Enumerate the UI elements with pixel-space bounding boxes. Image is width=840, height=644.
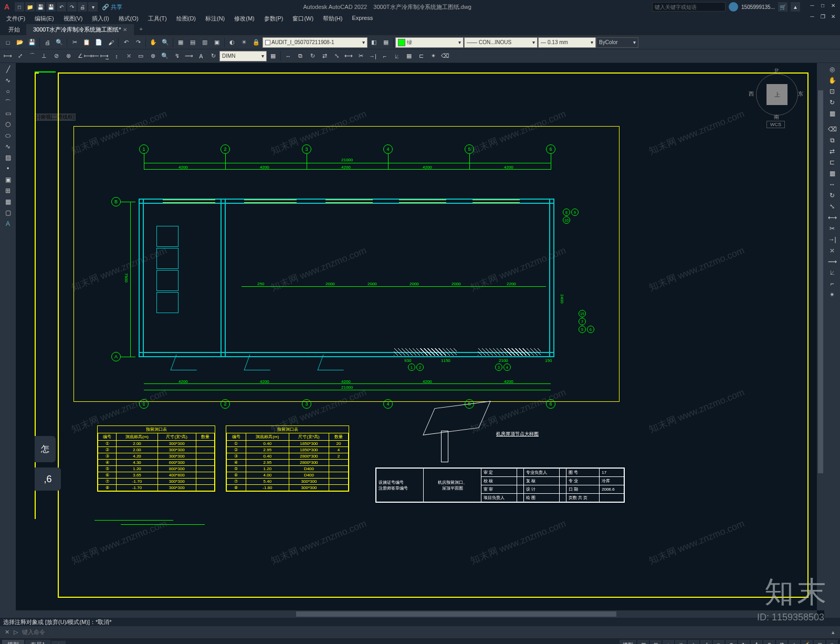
hw-toggle-icon[interactable]: ⚡ — [801, 640, 813, 645]
layer-lock-icon[interactable]: 🔒 — [250, 37, 262, 48]
copy-icon[interactable]: 📋 — [81, 37, 92, 48]
mod-rotate-icon[interactable]: ↻ — [826, 190, 838, 201]
text-icon[interactable]: A — [2, 219, 14, 229]
nav-pan-icon[interactable]: ✋ — [826, 75, 838, 86]
tol-icon[interactable]: ▭ — [135, 50, 146, 62]
dim-ord-icon[interactable]: ⊥ — [38, 50, 50, 62]
point-icon[interactable]: • — [2, 163, 14, 174]
erase-icon[interactable]: ⌫ — [439, 50, 451, 62]
pline-icon[interactable]: ∿ — [2, 75, 14, 86]
custom-toggle-icon[interactable]: ≡ — [826, 640, 838, 645]
update-icon[interactable]: ↻ — [207, 50, 219, 62]
dim-cont-icon[interactable]: ⟼⟼ — [87, 50, 98, 62]
side-panel-tab-1[interactable]: 怎 — [35, 436, 56, 462]
qat-undo-icon[interactable]: ↶ — [57, 2, 66, 12]
dir-n[interactable]: 北 — [774, 67, 779, 75]
cycle-toggle-icon[interactable]: ↻ — [738, 640, 750, 645]
minimize-icon[interactable]: ─ — [807, 3, 817, 11]
anno-toggle-icon[interactable]: A — [751, 640, 762, 645]
trim-icon[interactable]: ✂ — [355, 50, 366, 62]
explode-icon[interactable]: ✴ — [427, 50, 439, 62]
v-scroll-thumb[interactable] — [818, 90, 823, 473]
polar-toggle-icon[interactable]: ✳ — [675, 640, 687, 645]
zoom-icon[interactable]: 🔍 — [160, 37, 171, 48]
status-model-btn[interactable]: 模型 — [620, 640, 636, 645]
dir-w[interactable]: 西 — [749, 90, 754, 98]
otrack-toggle-icon[interactable]: ∠ — [700, 640, 712, 645]
side-panel-tab-2[interactable]: ,6 — [35, 468, 61, 491]
doc-restore-icon[interactable]: ❐ — [818, 14, 827, 22]
menu-insert[interactable]: 插入(I) — [88, 14, 113, 24]
qat-redo-icon[interactable]: ↷ — [67, 2, 77, 12]
spline-icon[interactable]: ∿ — [2, 141, 14, 152]
cmd-close-icon[interactable]: ✕ — [2, 629, 12, 636]
dim-space-icon[interactable]: ↕ — [111, 50, 122, 62]
layer-mgr-icon[interactable]: ▦ — [380, 37, 392, 48]
mod-fillet-icon[interactable]: ⌐ — [826, 278, 838, 289]
pan-icon[interactable]: ✋ — [148, 37, 159, 48]
menu-draw[interactable]: 绘图(D) — [172, 14, 200, 24]
user-name[interactable]: 1505999135... — [741, 4, 775, 10]
mod-move-icon[interactable]: ↔ — [826, 179, 838, 190]
mod-extend-icon[interactable]: →| — [826, 234, 838, 245]
layerstate-icon[interactable]: ☀ — [238, 37, 250, 48]
v-scrollbar[interactable] — [817, 63, 824, 610]
block-icon[interactable]: ▣ — [2, 174, 14, 185]
paste-icon[interactable]: 📄 — [93, 37, 104, 48]
dim-aligned-icon[interactable]: ⤢ — [14, 50, 26, 62]
qat-open-icon[interactable]: 📁 — [25, 2, 35, 12]
tab-new-button[interactable]: + — [134, 24, 148, 35]
menu-modify[interactable]: 修改(M) — [230, 14, 259, 24]
osnap-toggle-icon[interactable]: ◇ — [688, 640, 699, 645]
dir-s[interactable]: 南 — [774, 113, 779, 121]
nav-show-icon[interactable]: ▦ — [826, 108, 838, 119]
mod-scale-icon[interactable]: ⤡ — [826, 201, 838, 212]
cmd-expand-icon[interactable]: ▴ — [828, 629, 838, 636]
edit-icon[interactable]: ⟿ — [183, 50, 195, 62]
fillet-icon[interactable]: ⌐ — [379, 50, 391, 62]
offset-icon[interactable]: ⊏ — [415, 50, 427, 62]
menu-dim[interactable]: 标注(N) — [201, 14, 229, 24]
dim-break-icon[interactable]: ⤫ — [123, 50, 134, 62]
prop-icon[interactable]: ▦ — [175, 37, 186, 48]
arc-icon[interactable]: ⌒ — [2, 97, 14, 108]
menu-param[interactable]: 参数(P) — [260, 14, 288, 24]
search-input[interactable] — [652, 2, 726, 12]
mod-explode-icon[interactable]: ✴ — [826, 289, 838, 300]
share-button[interactable]: 🔗 共享 — [102, 3, 122, 11]
preview-icon[interactable]: 🔍 — [54, 37, 65, 48]
ws-toggle-icon[interactable]: ⚙ — [763, 640, 775, 645]
open-icon[interactable]: 📂 — [14, 37, 26, 48]
chamfer-icon[interactable]: ⟀ — [391, 50, 403, 62]
mod-break-icon[interactable]: ⤫ — [826, 245, 838, 256]
move-icon[interactable]: ↔ — [282, 50, 294, 62]
mod-offset-icon[interactable]: ⊏ — [826, 157, 838, 168]
close-icon[interactable]: ✕ — [828, 3, 838, 11]
dim-rad-icon[interactable]: ⊘ — [50, 50, 62, 62]
modelspace-tab[interactable]: 模型 — [2, 640, 24, 644]
help-icon[interactable]: ▲ — [791, 2, 800, 12]
isolate-toggle-icon[interactable]: ◈ — [789, 640, 800, 645]
stretch-icon[interactable]: ⟷ — [343, 50, 354, 62]
user-avatar-icon[interactable] — [729, 2, 738, 12]
match-icon[interactable]: 🖌 — [105, 37, 117, 48]
new-icon[interactable]: □ — [2, 37, 14, 48]
cart-icon[interactable]: 🛒 — [778, 2, 788, 12]
dim-base-icon[interactable]: ⟼̲ — [99, 50, 110, 62]
layer-dropdown[interactable]: AUDIT_I_050707211908-1▾ — [262, 37, 368, 48]
qat-saveas-icon[interactable]: 💾 — [46, 2, 56, 12]
dimstyle-dropdown[interactable]: DIMN▾ — [219, 51, 267, 61]
hatch-icon[interactable]: ▨ — [2, 152, 14, 163]
calc-icon[interactable]: ▣ — [211, 37, 223, 48]
menu-tools[interactable]: 工具(T) — [144, 14, 171, 24]
maximize-icon[interactable]: □ — [818, 3, 827, 11]
view-cube-top[interactable]: 上 — [766, 84, 788, 105]
mod-array-icon[interactable]: ▦ — [826, 168, 838, 179]
mod-copy-icon[interactable]: ⧉ — [826, 135, 838, 146]
linetype-dropdown[interactable]: —— CON...INOUS▾ — [464, 37, 538, 48]
menu-view[interactable]: 视图(V) — [59, 14, 87, 24]
nav-orbit-icon[interactable]: ↻ — [826, 97, 838, 108]
undo-icon[interactable]: ↶ — [120, 37, 132, 48]
ellipse-icon[interactable]: ⬭ — [2, 130, 14, 141]
line-icon[interactable]: ╱ — [2, 64, 14, 75]
